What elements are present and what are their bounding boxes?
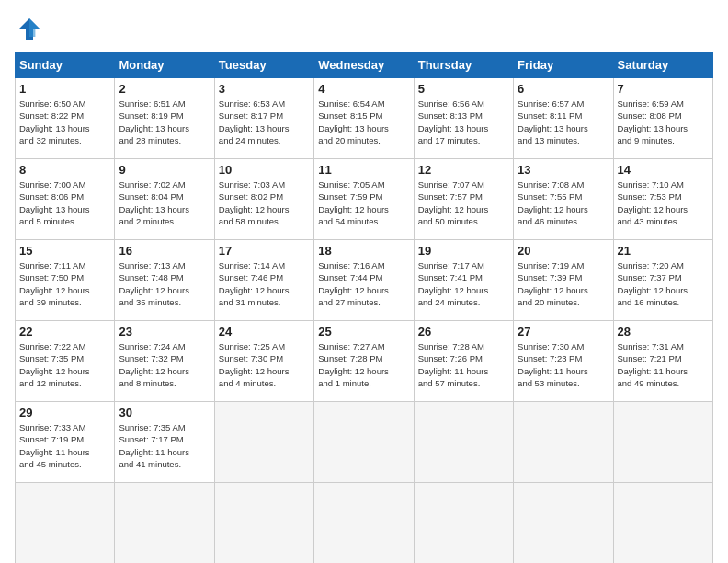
day-number: 4 — [318, 82, 409, 96]
svg-marker-1 — [29, 18, 40, 37]
day-number: 5 — [418, 82, 509, 96]
day-number: 29 — [19, 406, 110, 419]
cell-details: Sunrise: 7:17 AM Sunset: 7:41 PM Dayligh… — [418, 259, 509, 308]
calendar-cell: 16Sunrise: 7:13 AM Sunset: 7:48 PM Dayli… — [115, 240, 214, 321]
day-number: 9 — [119, 163, 210, 177]
cell-details: Sunrise: 7:27 AM Sunset: 7:28 PM Dayligh… — [318, 340, 409, 389]
day-number: 24 — [219, 325, 310, 339]
day-number: 16 — [119, 244, 210, 258]
calendar-cell: 7Sunrise: 6:59 AM Sunset: 8:08 PM Daylig… — [613, 78, 712, 159]
calendar-cell — [314, 402, 414, 483]
calendar-cell: 19Sunrise: 7:17 AM Sunset: 7:41 PM Dayli… — [414, 240, 513, 321]
day-number: 21 — [618, 244, 709, 258]
calendar-cell: 29Sunrise: 7:33 AM Sunset: 7:19 PM Dayli… — [16, 402, 115, 483]
weekday-header: Friday — [514, 52, 613, 78]
logo-icon — [15, 15, 44, 44]
calendar-cell: 20Sunrise: 7:19 AM Sunset: 7:39 PM Dayli… — [514, 240, 613, 321]
cell-details: Sunrise: 6:57 AM Sunset: 8:11 PM Dayligh… — [518, 98, 609, 146]
cell-details: Sunrise: 7:03 AM Sunset: 8:02 PM Dayligh… — [219, 178, 310, 227]
calendar-row: 29Sunrise: 7:33 AM Sunset: 7:19 PM Dayli… — [16, 402, 713, 483]
day-number: 3 — [219, 82, 310, 96]
day-number: 18 — [318, 244, 409, 258]
calendar-row: 15Sunrise: 7:11 AM Sunset: 7:50 PM Dayli… — [16, 240, 713, 321]
day-number: 2 — [119, 82, 210, 96]
calendar-cell: 2Sunrise: 6:51 AM Sunset: 8:19 PM Daylig… — [115, 78, 214, 159]
day-number: 7 — [618, 82, 709, 96]
calendar-cell: 6Sunrise: 6:57 AM Sunset: 8:11 PM Daylig… — [514, 78, 613, 159]
day-number: 23 — [119, 325, 210, 339]
cell-details: Sunrise: 6:51 AM Sunset: 8:19 PM Dayligh… — [119, 98, 210, 146]
calendar-cell: 4Sunrise: 6:54 AM Sunset: 8:15 PM Daylig… — [314, 78, 414, 159]
cell-details: Sunrise: 7:33 AM Sunset: 7:19 PM Dayligh… — [19, 421, 110, 470]
weekday-header: Sunday — [16, 52, 115, 78]
calendar-cell: 9Sunrise: 7:02 AM Sunset: 8:04 PM Daylig… — [115, 159, 214, 240]
cell-details: Sunrise: 7:20 AM Sunset: 7:37 PM Dayligh… — [618, 259, 709, 308]
calendar-cell — [115, 483, 214, 564]
day-number: 19 — [418, 244, 509, 258]
weekday-header-row: SundayMondayTuesdayWednesdayThursdayFrid… — [16, 52, 713, 78]
weekday-header: Thursday — [414, 52, 513, 78]
calendar-cell: 11Sunrise: 7:05 AM Sunset: 7:59 PM Dayli… — [314, 159, 414, 240]
cell-details: Sunrise: 6:54 AM Sunset: 8:15 PM Dayligh… — [318, 98, 409, 146]
cell-details: Sunrise: 7:00 AM Sunset: 8:06 PM Dayligh… — [19, 178, 110, 227]
cell-details: Sunrise: 6:56 AM Sunset: 8:13 PM Dayligh… — [418, 98, 509, 146]
cell-details: Sunrise: 6:50 AM Sunset: 8:22 PM Dayligh… — [19, 98, 110, 146]
cell-details: Sunrise: 7:02 AM Sunset: 8:04 PM Dayligh… — [119, 178, 210, 227]
day-number: 20 — [518, 244, 609, 258]
calendar-cell: 12Sunrise: 7:07 AM Sunset: 7:57 PM Dayli… — [414, 159, 513, 240]
calendar-cell — [613, 483, 712, 564]
page-header — [15, 15, 713, 44]
day-number: 17 — [219, 244, 310, 258]
cell-details: Sunrise: 7:07 AM Sunset: 7:57 PM Dayligh… — [418, 178, 509, 227]
calendar-cell: 13Sunrise: 7:08 AM Sunset: 7:55 PM Dayli… — [514, 159, 613, 240]
cell-details: Sunrise: 6:53 AM Sunset: 8:17 PM Dayligh… — [219, 98, 310, 146]
calendar-cell: 28Sunrise: 7:31 AM Sunset: 7:21 PM Dayli… — [613, 321, 712, 402]
calendar-cell — [514, 402, 613, 483]
calendar-row: 1Sunrise: 6:50 AM Sunset: 8:22 PM Daylig… — [16, 78, 713, 159]
calendar-cell: 27Sunrise: 7:30 AM Sunset: 7:23 PM Dayli… — [514, 321, 613, 402]
day-number: 12 — [418, 163, 509, 177]
cell-details: Sunrise: 7:10 AM Sunset: 7:53 PM Dayligh… — [618, 178, 709, 227]
calendar-cell: 8Sunrise: 7:00 AM Sunset: 8:06 PM Daylig… — [16, 159, 115, 240]
calendar-cell: 23Sunrise: 7:24 AM Sunset: 7:32 PM Dayli… — [115, 321, 214, 402]
weekday-header: Wednesday — [314, 52, 414, 78]
calendar-cell: 26Sunrise: 7:28 AM Sunset: 7:26 PM Dayli… — [414, 321, 513, 402]
day-number: 14 — [618, 163, 709, 177]
calendar-cell: 5Sunrise: 6:56 AM Sunset: 8:13 PM Daylig… — [414, 78, 513, 159]
day-number: 1 — [19, 82, 110, 96]
cell-details: Sunrise: 7:13 AM Sunset: 7:48 PM Dayligh… — [119, 259, 210, 308]
day-number: 13 — [518, 163, 609, 177]
cell-details: Sunrise: 7:19 AM Sunset: 7:39 PM Dayligh… — [518, 259, 609, 308]
cell-details: Sunrise: 7:22 AM Sunset: 7:35 PM Dayligh… — [19, 340, 110, 389]
cell-details: Sunrise: 7:16 AM Sunset: 7:44 PM Dayligh… — [318, 259, 409, 308]
calendar-cell — [214, 483, 313, 564]
cell-details: Sunrise: 7:14 AM Sunset: 7:46 PM Dayligh… — [219, 259, 310, 308]
calendar-cell: 21Sunrise: 7:20 AM Sunset: 7:37 PM Dayli… — [613, 240, 712, 321]
calendar-cell — [613, 402, 712, 483]
cell-details: Sunrise: 7:31 AM Sunset: 7:21 PM Dayligh… — [618, 340, 709, 389]
cell-details: Sunrise: 7:08 AM Sunset: 7:55 PM Dayligh… — [518, 178, 609, 227]
day-number: 10 — [219, 163, 310, 177]
calendar-cell — [414, 483, 513, 564]
calendar-row — [16, 483, 713, 564]
calendar-cell — [414, 402, 513, 483]
cell-details: Sunrise: 7:24 AM Sunset: 7:32 PM Dayligh… — [119, 340, 210, 389]
cell-details: Sunrise: 6:59 AM Sunset: 8:08 PM Dayligh… — [618, 98, 709, 146]
cell-details: Sunrise: 7:35 AM Sunset: 7:17 PM Dayligh… — [119, 421, 210, 470]
day-number: 30 — [119, 406, 210, 419]
calendar-table: SundayMondayTuesdayWednesdayThursdayFrid… — [15, 52, 713, 563]
calendar-cell: 18Sunrise: 7:16 AM Sunset: 7:44 PM Dayli… — [314, 240, 414, 321]
calendar-cell: 17Sunrise: 7:14 AM Sunset: 7:46 PM Dayli… — [214, 240, 313, 321]
cell-details: Sunrise: 7:05 AM Sunset: 7:59 PM Dayligh… — [318, 178, 409, 227]
logo — [15, 15, 48, 44]
calendar-row: 22Sunrise: 7:22 AM Sunset: 7:35 PM Dayli… — [16, 321, 713, 402]
day-number: 11 — [318, 163, 409, 177]
weekday-header: Saturday — [613, 52, 712, 78]
calendar-cell — [514, 483, 613, 564]
calendar-cell: 25Sunrise: 7:27 AM Sunset: 7:28 PM Dayli… — [314, 321, 414, 402]
day-number: 8 — [19, 163, 110, 177]
calendar-row: 8Sunrise: 7:00 AM Sunset: 8:06 PM Daylig… — [16, 159, 713, 240]
calendar-cell — [214, 402, 313, 483]
cell-details: Sunrise: 7:11 AM Sunset: 7:50 PM Dayligh… — [19, 259, 110, 308]
calendar-cell — [16, 483, 115, 564]
